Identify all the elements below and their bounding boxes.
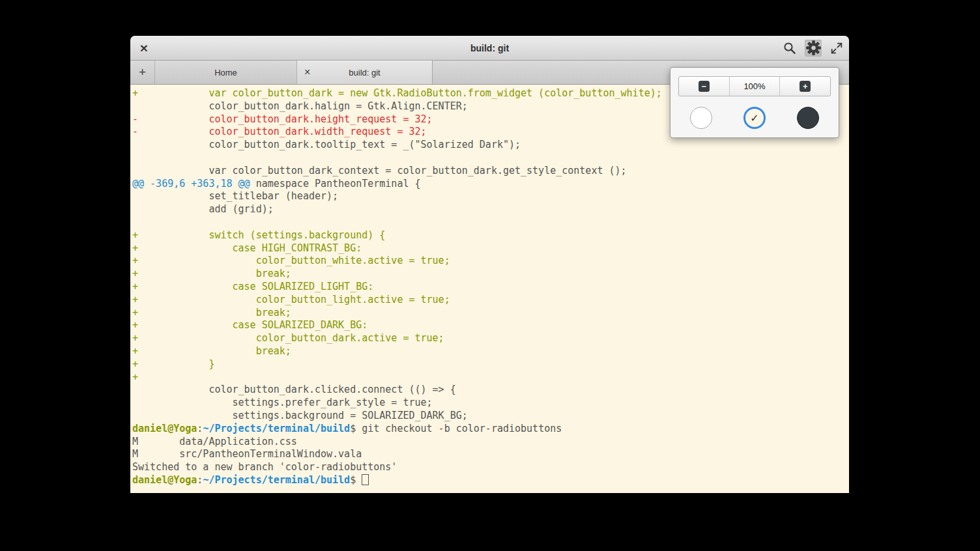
terminal-text: + break; [132,307,291,318]
maximize-icon [829,41,844,55]
terminal-text: + case HIGH_CONTRAST_BG: [132,242,362,254]
tab-build-git[interactable]: × build: git [297,61,433,84]
terminal-line: + case HIGH_CONTRAST_BG: [132,242,849,255]
terminal-line [132,216,849,229]
terminal-text: + color_button_white.active = true; [132,255,450,266]
titlebar[interactable]: × build: git [130,36,849,61]
titlebar-actions [781,40,845,57]
terminal-text: - color_button_dark.width_request = 32; [132,126,427,137]
terminal-line: color_button_dark.clicked.connect (() =>… [132,384,849,397]
gear-icon [806,40,821,55]
terminal-text: - color_button_dark.height_request = 32; [132,113,433,125]
maximize-button[interactable] [828,40,845,57]
terminal-line: settings.prefer_dark_style = true; [132,397,849,410]
terminal-text: + color_button_light.active = true; [132,294,450,305]
terminal-text: + switch (settings.background) { [132,229,385,241]
zoom-out-icon: − [699,81,710,92]
terminal-line: Switched to a new branch 'color-radiobut… [132,461,849,474]
terminal-text: + } [132,358,214,370]
terminal-line: + break; [132,345,849,358]
terminal-line: + } [132,358,849,371]
terminal-text: @@ -369,6 +363,18 @@ [132,178,250,190]
terminal-text: daniel@Yoga [132,474,197,486]
terminal-text: $ git checkout -b color-radiobuttons [350,423,562,434]
terminal-text: add (grid); [132,203,274,215]
terminal-text: M src/PantheonTerminalWindow.vala [132,448,362,460]
terminal-text: namespace PantheonTerminal { [250,178,421,190]
terminal-line: var color_button_dark_context = color_bu… [132,165,849,178]
terminal-cursor [362,474,369,485]
terminal-line: set_titlebar (header); [132,190,849,203]
terminal-text: Switched to a new branch 'color-radiobut… [132,461,397,473]
terminal-text: settings.prefer_dark_style = true; [132,397,433,408]
zoom-level[interactable]: 100% [729,77,781,96]
theme-option-solarized-dark[interactable] [797,107,819,129]
terminal-text: + case SOLARIZED_DARK_BG: [132,319,368,331]
terminal-text: ~/Projects/terminal/build [203,423,350,434]
new-tab-button[interactable]: + [130,61,155,84]
terminal-text: set_titlebar (header); [132,190,338,202]
terminal-line: M src/PantheonTerminalWindow.vala [132,448,849,461]
theme-option-solarized-light[interactable]: ✓ [743,107,766,129]
terminal-text: + color_button_dark.active = true; [132,332,444,344]
settings-button[interactable] [805,40,822,57]
terminal-text: color_button_dark.tooltip_text = _("Sola… [132,139,521,150]
settings-popover: − 100% + ✓ [670,67,839,138]
terminal-text: + break; [132,345,291,357]
terminal-line [132,152,849,165]
zoom-in-icon: + [800,81,811,92]
terminal-line: daniel@Yoga:~/Projects/terminal/build$ g… [132,423,849,436]
tab-close-icon[interactable]: × [304,67,310,78]
terminal-text: M data/Application.css [132,436,297,447]
search-icon [783,41,797,55]
terminal-text: $ [350,474,362,486]
terminal-text: ~/Projects/terminal/build [203,474,350,486]
terminal-line: + color_button_dark.active = true; [132,332,849,345]
tab-home[interactable]: Home [155,61,297,84]
close-button[interactable]: × [136,40,152,57]
terminal-line: + [132,371,849,384]
terminal-line: + case SOLARIZED_DARK_BG: [132,319,849,332]
terminal-line: add (grid); [132,203,849,216]
terminal-line: @@ -369,6 +363,18 @@ namespace PantheonT… [132,178,849,191]
terminal-line: color_button_dark.tooltip_text = _("Sola… [132,139,849,152]
terminal-text: + [132,371,138,383]
close-icon: × [140,41,148,55]
terminal-line: + case SOLARIZED_LIGHT_BG: [132,281,849,294]
terminal-line: + color_button_white.active = true; [132,255,849,268]
window-title: build: git [130,43,849,53]
terminal-text: color_button_dark.clicked.connect (() =>… [132,384,456,395]
terminal-line: settings.background = SOLARIZED_DARK_BG; [132,410,849,423]
terminal-text: + break; [132,268,291,279]
terminal-line: + switch (settings.background) { [132,229,849,242]
terminal-line: daniel@Yoga:~/Projects/terminal/build$ [132,474,849,487]
terminal-text: settings.background = SOLARIZED_DARK_BG; [132,410,468,421]
zoom-control: − 100% + [678,76,831,96]
checkmark-icon: ✓ [750,112,758,124]
terminal-text: var color_button_dark_context = color_bu… [132,165,627,177]
zoom-out-button[interactable]: − [679,77,729,96]
theme-option-high-contrast[interactable] [690,107,712,129]
terminal-line: + break; [132,268,849,281]
theme-options: ✓ [678,106,831,130]
terminal-text: color_button_dark.halign = Gtk.Align.CEN… [132,100,468,112]
terminal-text: daniel@Yoga [132,423,197,434]
terminal-output[interactable]: + var color_button_dark = new Gtk.RadioB… [130,85,849,493]
terminal-line: M data/Application.css [132,436,849,449]
search-button[interactable] [781,40,798,57]
zoom-in-button[interactable]: + [780,77,830,96]
tab-home-label: Home [214,68,237,78]
terminal-line: + color_button_light.active = true; [132,294,849,307]
terminal-line: + break; [132,307,849,320]
terminal-text: + case SOLARIZED_LIGHT_BG: [132,281,373,292]
tab-build-git-label: build: git [349,68,380,78]
terminal-text: + var color_button_dark = new Gtk.RadioB… [132,87,662,99]
